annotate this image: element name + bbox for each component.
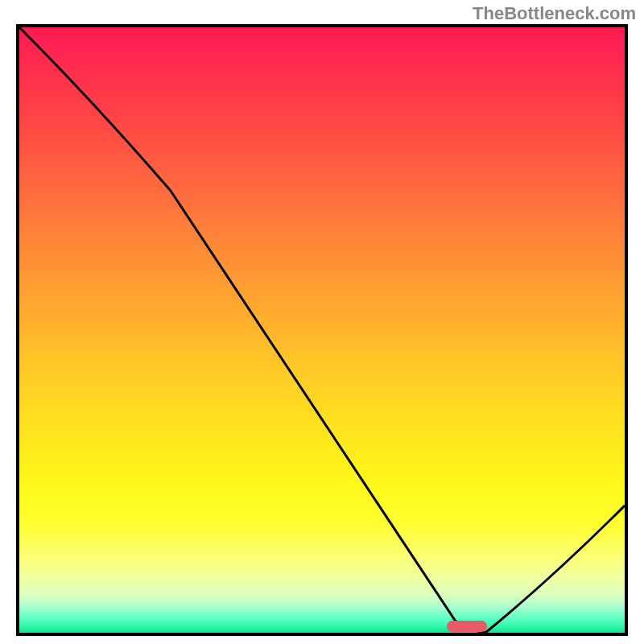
performance-curve bbox=[19, 27, 625, 633]
optimal-point-marker bbox=[447, 621, 487, 632]
chart-frame bbox=[16, 24, 628, 636]
watermark-text: TheBottleneck.com bbox=[473, 3, 636, 24]
